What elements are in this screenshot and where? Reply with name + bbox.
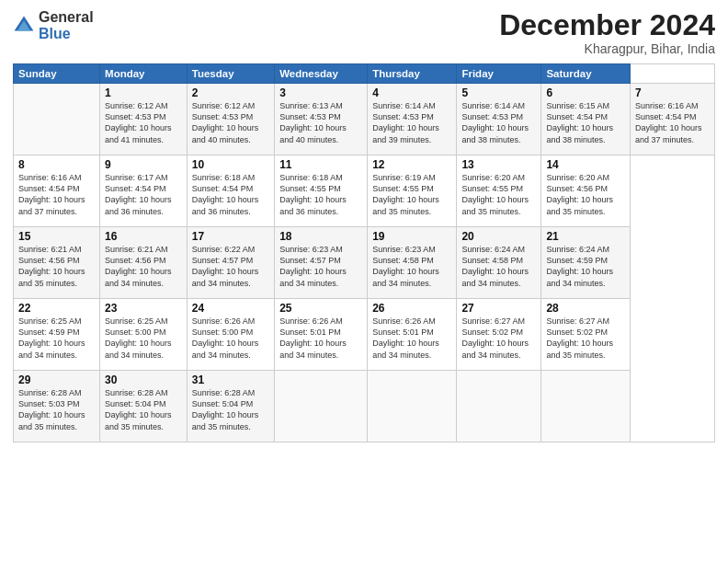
calendar-day-header: Wednesday	[275, 64, 368, 84]
day-number: 10	[192, 158, 269, 171]
calendar-cell	[457, 371, 541, 442]
calendar-week-row: 8Sunrise: 6:16 AM Sunset: 4:54 PM Daylig…	[14, 155, 715, 227]
calendar-day-header: Tuesday	[187, 64, 274, 84]
day-info: Sunrise: 6:22 AM Sunset: 4:57 PM Dayligh…	[192, 244, 269, 289]
day-number: 26	[372, 302, 451, 315]
day-info: Sunrise: 6:27 AM Sunset: 5:02 PM Dayligh…	[461, 316, 536, 361]
calendar-cell: 22Sunrise: 6:25 AM Sunset: 4:59 PM Dayli…	[14, 299, 100, 371]
calendar-cell: 11Sunrise: 6:18 AM Sunset: 4:55 PM Dayli…	[275, 155, 368, 227]
day-info: Sunrise: 6:25 AM Sunset: 4:59 PM Dayligh…	[18, 316, 95, 361]
calendar-cell: 3Sunrise: 6:13 AM Sunset: 4:53 PM Daylig…	[275, 84, 368, 155]
day-number: 5	[461, 86, 536, 99]
day-number: 27	[461, 302, 536, 315]
day-number: 17	[192, 230, 269, 243]
logo-text: General Blue	[39, 9, 94, 41]
day-number: 11	[279, 158, 362, 171]
day-info: Sunrise: 6:28 AM Sunset: 5:04 PM Dayligh…	[105, 387, 182, 432]
calendar-week-row: 29Sunrise: 6:28 AM Sunset: 5:03 PM Dayli…	[14, 371, 715, 442]
day-info: Sunrise: 6:28 AM Sunset: 5:04 PM Dayligh…	[192, 387, 269, 432]
calendar-cell: 4Sunrise: 6:14 AM Sunset: 4:53 PM Daylig…	[368, 84, 457, 155]
day-number: 24	[192, 302, 269, 315]
calendar-cell: 9Sunrise: 6:17 AM Sunset: 4:54 PM Daylig…	[100, 155, 188, 227]
calendar-table: SundayMondayTuesdayWednesdayThursdayFrid…	[13, 63, 715, 442]
calendar-week-row: 15Sunrise: 6:21 AM Sunset: 4:56 PM Dayli…	[14, 227, 715, 299]
calendar-cell	[541, 371, 630, 442]
day-number: 12	[372, 158, 451, 171]
logo-blue: Blue	[39, 26, 94, 42]
logo-general: General	[39, 9, 94, 26]
day-info: Sunrise: 6:21 AM Sunset: 4:56 PM Dayligh…	[105, 244, 182, 289]
calendar-cell: 15Sunrise: 6:21 AM Sunset: 4:56 PM Dayli…	[14, 227, 100, 299]
day-info: Sunrise: 6:26 AM Sunset: 5:00 PM Dayligh…	[192, 316, 269, 361]
calendar-week-row: 22Sunrise: 6:25 AM Sunset: 4:59 PM Dayli…	[14, 299, 715, 371]
day-number: 30	[105, 373, 182, 386]
calendar-cell: 21Sunrise: 6:24 AM Sunset: 4:59 PM Dayli…	[541, 227, 630, 299]
day-info: Sunrise: 6:16 AM Sunset: 4:54 PM Dayligh…	[18, 172, 95, 217]
title-block: December 2024 Kharagpur, Bihar, India	[499, 9, 715, 56]
calendar-week-row: 1Sunrise: 6:12 AM Sunset: 4:53 PM Daylig…	[14, 84, 715, 155]
calendar-cell: 5Sunrise: 6:14 AM Sunset: 4:53 PM Daylig…	[457, 84, 541, 155]
day-number: 31	[192, 373, 269, 386]
calendar-cell: 6Sunrise: 6:15 AM Sunset: 4:54 PM Daylig…	[541, 84, 630, 155]
day-info: Sunrise: 6:27 AM Sunset: 5:02 PM Dayligh…	[546, 316, 624, 361]
day-info: Sunrise: 6:18 AM Sunset: 4:55 PM Dayligh…	[279, 172, 362, 217]
calendar-header-row: SundayMondayTuesdayWednesdayThursdayFrid…	[14, 64, 715, 84]
day-info: Sunrise: 6:15 AM Sunset: 4:54 PM Dayligh…	[546, 100, 624, 145]
calendar-cell: 2Sunrise: 6:12 AM Sunset: 4:53 PM Daylig…	[187, 84, 274, 155]
calendar-cell: 25Sunrise: 6:26 AM Sunset: 5:01 PM Dayli…	[275, 299, 368, 371]
day-number: 4	[372, 86, 451, 99]
month-title: December 2024	[499, 9, 715, 41]
day-info: Sunrise: 6:20 AM Sunset: 4:56 PM Dayligh…	[546, 172, 624, 217]
day-number: 23	[105, 302, 182, 315]
calendar-cell: 30Sunrise: 6:28 AM Sunset: 5:04 PM Dayli…	[100, 371, 188, 442]
day-number: 6	[546, 86, 624, 99]
day-info: Sunrise: 6:14 AM Sunset: 4:53 PM Dayligh…	[461, 100, 536, 145]
calendar-cell: 13Sunrise: 6:20 AM Sunset: 4:55 PM Dayli…	[457, 155, 541, 227]
calendar-cell	[14, 84, 100, 155]
day-number: 1	[105, 86, 182, 99]
calendar-cell: 10Sunrise: 6:18 AM Sunset: 4:54 PM Dayli…	[187, 155, 274, 227]
calendar-day-header: Saturday	[541, 64, 630, 84]
day-number: 20	[461, 230, 536, 243]
calendar-cell: 20Sunrise: 6:24 AM Sunset: 4:58 PM Dayli…	[457, 227, 541, 299]
day-number: 14	[546, 158, 624, 171]
day-info: Sunrise: 6:12 AM Sunset: 4:53 PM Dayligh…	[105, 100, 182, 145]
day-number: 19	[372, 230, 451, 243]
day-number: 18	[279, 230, 362, 243]
calendar-cell: 1Sunrise: 6:12 AM Sunset: 4:53 PM Daylig…	[100, 84, 188, 155]
day-number: 7	[635, 86, 710, 99]
day-info: Sunrise: 6:16 AM Sunset: 4:54 PM Dayligh…	[635, 100, 710, 145]
calendar-cell: 7Sunrise: 6:16 AM Sunset: 4:54 PM Daylig…	[630, 84, 714, 155]
calendar-cell: 8Sunrise: 6:16 AM Sunset: 4:54 PM Daylig…	[14, 155, 100, 227]
calendar-cell: 24Sunrise: 6:26 AM Sunset: 5:00 PM Dayli…	[187, 299, 274, 371]
day-info: Sunrise: 6:24 AM Sunset: 4:58 PM Dayligh…	[461, 244, 536, 289]
calendar-cell: 31Sunrise: 6:28 AM Sunset: 5:04 PM Dayli…	[187, 371, 274, 442]
day-info: Sunrise: 6:19 AM Sunset: 4:55 PM Dayligh…	[372, 172, 451, 217]
calendar-cell: 18Sunrise: 6:23 AM Sunset: 4:57 PM Dayli…	[275, 227, 368, 299]
calendar-day-header: Friday	[457, 64, 541, 84]
day-number: 15	[18, 230, 95, 243]
day-number: 13	[461, 158, 536, 171]
calendar-cell: 16Sunrise: 6:21 AM Sunset: 4:56 PM Dayli…	[100, 227, 188, 299]
calendar-cell: 27Sunrise: 6:27 AM Sunset: 5:02 PM Dayli…	[457, 299, 541, 371]
page: General Blue December 2024 Kharagpur, Bi…	[0, 0, 728, 563]
logo: General Blue	[13, 9, 94, 41]
day-number: 16	[105, 230, 182, 243]
day-number: 29	[18, 373, 95, 386]
day-info: Sunrise: 6:21 AM Sunset: 4:56 PM Dayligh…	[18, 244, 95, 289]
day-number: 22	[18, 302, 95, 315]
calendar-day-header: Sunday	[14, 64, 100, 84]
day-info: Sunrise: 6:26 AM Sunset: 5:01 PM Dayligh…	[279, 316, 362, 361]
day-number: 8	[18, 158, 95, 171]
day-info: Sunrise: 6:23 AM Sunset: 4:58 PM Dayligh…	[372, 244, 451, 289]
day-info: Sunrise: 6:23 AM Sunset: 4:57 PM Dayligh…	[279, 244, 362, 289]
calendar-cell: 26Sunrise: 6:26 AM Sunset: 5:01 PM Dayli…	[368, 299, 457, 371]
day-info: Sunrise: 6:17 AM Sunset: 4:54 PM Dayligh…	[105, 172, 182, 217]
day-number: 9	[105, 158, 182, 171]
calendar-day-header: Monday	[100, 64, 188, 84]
day-info: Sunrise: 6:14 AM Sunset: 4:53 PM Dayligh…	[372, 100, 451, 145]
day-info: Sunrise: 6:26 AM Sunset: 5:01 PM Dayligh…	[372, 316, 451, 361]
calendar-cell: 14Sunrise: 6:20 AM Sunset: 4:56 PM Dayli…	[541, 155, 630, 227]
calendar-cell: 12Sunrise: 6:19 AM Sunset: 4:55 PM Dayli…	[368, 155, 457, 227]
calendar-day-header: Thursday	[368, 64, 457, 84]
